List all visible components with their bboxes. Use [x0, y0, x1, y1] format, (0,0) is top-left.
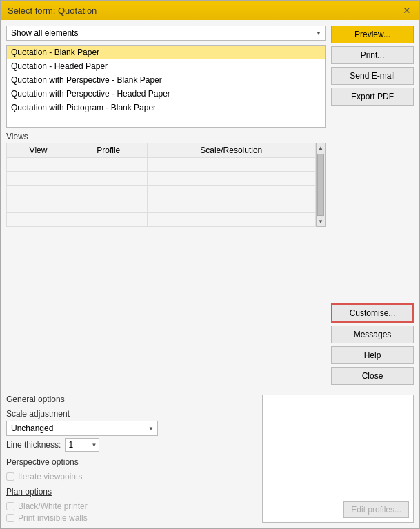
views-section: Views View Profile Scale/Resolution: [6, 132, 326, 227]
scroll-up-icon[interactable]: ▲: [318, 143, 323, 152]
plan-options-title: Plan options: [6, 487, 257, 497]
scrollbar[interactable]: ▲ ▼: [316, 143, 326, 227]
main-content: Show all elements Quotation - Blank Pape…: [1, 20, 419, 390]
plan-options: Plan options Black/White printer Print i…: [6, 487, 257, 523]
views-table-container: View Profile Scale/Resolution: [6, 143, 316, 227]
preview-button[interactable]: Preview...: [331, 26, 414, 43]
customise-button[interactable]: Customise...: [331, 303, 414, 323]
export-pdf-button[interactable]: Export PDF: [331, 88, 414, 106]
table-row: [7, 158, 316, 172]
table-row: [7, 186, 316, 199]
list-item[interactable]: Quotation with Perspective - Blank Paper: [7, 73, 325, 87]
form-list: Quotation - Blank Paper Quotation - Head…: [6, 45, 326, 128]
help-button[interactable]: Help: [331, 346, 414, 364]
preview-panel: Edit profiles...: [262, 395, 414, 523]
general-options: General options Scale adjustment Unchang…: [6, 395, 257, 452]
send-email-button[interactable]: Send E-mail: [331, 67, 414, 85]
scroll-down-icon[interactable]: ▼: [318, 217, 323, 226]
list-item[interactable]: Quotation - Headed Paper: [7, 59, 325, 73]
col-scale: Scale/Resolution: [147, 143, 315, 158]
print-invisible-checkbox[interactable]: [6, 514, 14, 522]
iterate-viewpoints-label: Iterate viewpoints: [18, 472, 82, 481]
print-button[interactable]: Print...: [331, 46, 414, 64]
dialog: Select form: Quotation ✕ Show all elemen…: [0, 0, 420, 529]
bottom-section: General options Scale adjustment Unchang…: [1, 390, 419, 528]
iterate-viewpoints-checkbox[interactable]: [6, 472, 14, 481]
right-panel: Preview... Print... Send E-mail Export P…: [331, 26, 414, 385]
perspective-options: Perspective options Iterate viewpoints: [6, 457, 257, 481]
table-row: [7, 213, 316, 227]
messages-button[interactable]: Messages: [331, 326, 414, 343]
perspective-options-title: Perspective options: [6, 457, 257, 467]
list-item[interactable]: Quotation - Blank Paper: [7, 46, 325, 59]
iterate-viewpoints-row: Iterate viewpoints: [6, 472, 257, 481]
print-invisible-row: Print invisible walls: [6, 513, 257, 523]
close-icon[interactable]: ✕: [401, 5, 412, 16]
views-table: View Profile Scale/Resolution: [6, 143, 316, 227]
print-invisible-label: Print invisible walls: [18, 513, 88, 523]
bw-printer-row: Black/White printer: [6, 501, 257, 511]
list-item[interactable]: Quotation with Pictogram - Blank Paper: [7, 101, 325, 114]
line-thickness-dropdown[interactable]: 1: [65, 438, 99, 452]
line-thickness-label: Line thickness:: [6, 440, 61, 450]
col-view: View: [7, 143, 70, 158]
scale-dropdown-wrapper: Unchanged: [6, 421, 158, 436]
left-panel: Show all elements Quotation - Blank Pape…: [6, 26, 326, 385]
dialog-title: Select form: Quotation: [8, 6, 97, 16]
general-options-title: General options: [6, 395, 257, 404]
list-item[interactable]: Quotation with Perspective - Headed Pape…: [7, 87, 325, 101]
scale-dropdown[interactable]: Unchanged: [6, 421, 158, 436]
bw-printer-checkbox[interactable]: [6, 502, 14, 510]
table-row: [7, 199, 316, 213]
edit-profiles-button[interactable]: Edit profiles...: [343, 501, 409, 518]
line-thickness-dropdown-wrapper: 1: [65, 438, 99, 452]
bw-printer-label: Black/White printer: [18, 501, 88, 511]
options-panel: General options Scale adjustment Unchang…: [6, 395, 257, 523]
col-profile: Profile: [70, 143, 148, 158]
table-row: [7, 172, 316, 186]
views-table-wrapper: View Profile Scale/Resolution: [6, 143, 326, 227]
views-label: Views: [6, 132, 326, 141]
close-button[interactable]: Close: [331, 367, 414, 385]
show-elements-dropdown-wrapper: Show all elements: [6, 26, 326, 41]
scale-adjustment-label: Scale adjustment: [6, 409, 257, 419]
scrollbar-thumb[interactable]: [317, 154, 324, 216]
title-bar: Select form: Quotation ✕: [1, 1, 419, 20]
show-elements-dropdown[interactable]: Show all elements: [6, 26, 326, 41]
line-thickness-row: Line thickness: 1: [6, 438, 257, 452]
